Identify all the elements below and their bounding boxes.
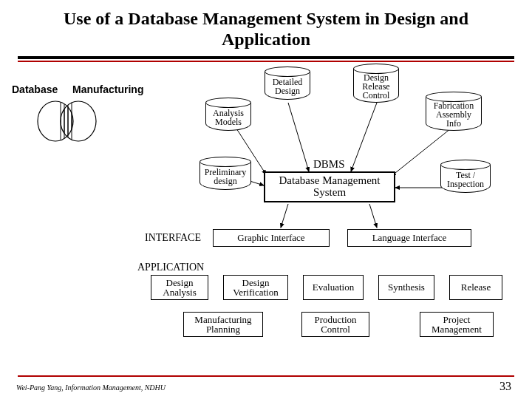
cylinder-design-release-control: DesignReleaseControl <box>353 64 399 103</box>
label-database: Database <box>12 84 58 95</box>
title-rule <box>18 56 514 62</box>
box-graphic-interface: Graphic Interface <box>213 229 330 247</box>
box-manufacturing-planning: ManufacturingPlanning <box>183 312 263 337</box>
svg-line-19 <box>281 204 288 228</box>
svg-point-3 <box>61 101 96 141</box>
box-production-control: ProductionControl <box>301 312 369 337</box>
cylinder-test-inspection: Test /Inspection <box>440 160 491 193</box>
svg-point-1 <box>61 101 96 141</box>
footer-author: Wei-Pang Yang, Information Management, N… <box>16 383 166 392</box>
footer-rule <box>18 375 514 377</box>
svg-line-13 <box>288 103 309 171</box>
svg-line-14 <box>351 103 377 171</box>
box-language-interface: Language Interface <box>347 229 471 247</box>
box-evaluation: Evaluation <box>303 275 364 300</box>
svg-line-20 <box>369 204 377 228</box>
cylinder-detailed-design: DetailedDesign <box>265 66 310 100</box>
box-synthesis: Synthesis <box>378 275 434 300</box>
page-title: Use of a Database Management System in D… <box>0 0 532 54</box>
label-dbms: DBMS <box>313 158 345 171</box>
cylinder-fabrication-assembly: FabricationAssemblyInfo <box>426 92 482 131</box>
box-design-verification: DesignVerification <box>223 275 288 300</box>
cylinder-preliminary-design: Preliminarydesign <box>200 157 251 190</box>
box-project-management: ProjectManagement <box>420 312 494 337</box>
box-design-analysis: DesignAnalysis <box>151 275 208 300</box>
box-release: Release <box>449 275 502 300</box>
label-interface: INTERFACE <box>145 232 201 244</box>
page-number: 33 <box>499 380 511 393</box>
svg-point-0 <box>38 101 73 141</box>
label-manufacturing: Manufacturing <box>72 84 143 95</box>
cylinder-analysis-models: AnalysisModels <box>205 98 251 131</box>
dbms-box: Database ManagementSystem <box>264 171 395 202</box>
label-application: APPLICATION <box>137 262 204 273</box>
diagram-canvas: Database Manufacturing <box>0 62 532 372</box>
